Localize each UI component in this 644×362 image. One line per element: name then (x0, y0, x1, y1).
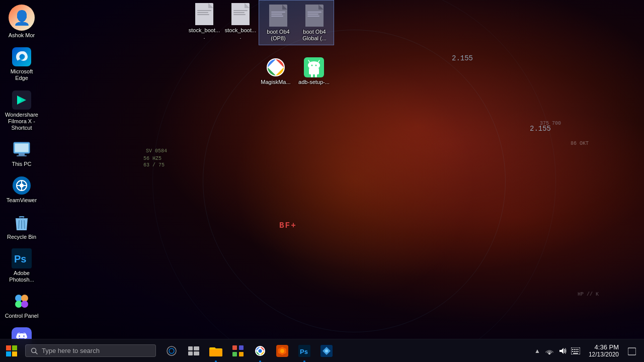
sidebar-item-this-pc[interactable]: This PC (3, 137, 41, 169)
stock-boot-1-file-icon (194, 2, 214, 26)
apps-grid-button[interactable] (227, 339, 249, 363)
filmora-icon (12, 90, 32, 110)
user-profile-icon[interactable]: Ashok Mor (3, 3, 41, 41)
clock-area[interactable]: 4:36 PM 12/13/2020 (583, 343, 623, 358)
magiskmanager-icon[interactable]: MagiskMa... (257, 55, 295, 87)
stock-boot-1-label: stock_boot.... (188, 27, 220, 40)
svg-point-82 (325, 349, 328, 352)
sidebar-item-filmora[interactable]: Wondershare Filmora X - Shortcut (3, 88, 41, 134)
clock-time: 4:36 PM (595, 343, 619, 351)
svg-rect-69 (194, 351, 199, 355)
svg-point-55 (315, 65, 317, 66)
sidebar-item-recycle-bin[interactable]: Recycle Bin (3, 210, 41, 242)
control-panel-label: Control Panel (5, 313, 39, 319)
clock-date: 12/13/2020 (589, 351, 619, 358)
this-pc-icon (12, 139, 32, 159)
adb-setup-label: adb-setup-... (298, 79, 330, 85)
svg-rect-68 (188, 351, 193, 355)
volume-tray-icon[interactable] (556, 342, 569, 360)
svg-point-51 (272, 64, 279, 71)
adb-setup-icon[interactable]: adb-setup-... (295, 55, 333, 87)
blue-app-button[interactable] (316, 339, 337, 363)
svg-rect-90 (574, 351, 575, 352)
tray-expand-button[interactable]: ▲ (532, 342, 542, 360)
orange-app-button[interactable] (272, 339, 293, 363)
recycle-bin-icon (12, 212, 32, 232)
search-bar[interactable]: Type here to search (25, 344, 156, 357)
start-button[interactable] (0, 339, 23, 363)
photoshop-label: Adobe Photosh... (5, 270, 39, 283)
svg-point-76 (259, 349, 262, 352)
network-tray-icon[interactable] (543, 342, 555, 360)
center-files-area: stock_boot.... stock_boot.... (186, 0, 334, 45)
sidebar-item-teamviewer[interactable]: TeamViewer (3, 173, 41, 206)
sidebar-item-microsoft-edge[interactable]: Microsoft Edge (3, 45, 41, 83)
teamviewer-icon (12, 175, 32, 196)
svg-rect-70 (232, 345, 237, 350)
filmora-label: Wondershare Filmora X - Shortcut (5, 112, 39, 132)
svg-rect-58 (6, 345, 11, 350)
svg-rect-36 (197, 12, 208, 13)
svg-rect-47 (307, 12, 321, 13)
svg-point-17 (15, 301, 22, 308)
svg-point-15 (15, 295, 22, 302)
svg-rect-0 (12, 47, 31, 66)
stock-boot-2-file-icon (230, 2, 251, 26)
svg-rect-41 (233, 14, 246, 15)
svg-rect-89 (572, 351, 573, 352)
photoshop-taskbar-button[interactable]: Ps (294, 339, 315, 363)
sidebar-item-adobe-photoshop[interactable]: Ps Adobe Photosh... (3, 246, 41, 285)
center-row2-icons: MagiskMa... adb-setup-... (257, 55, 333, 87)
cortana-button[interactable] (161, 339, 182, 363)
svg-rect-5 (17, 155, 27, 156)
taskbar: Type here to search (0, 339, 644, 362)
this-pc-label: This PC (12, 161, 31, 167)
recycle-bin-label: Recycle Bin (7, 234, 36, 240)
svg-rect-59 (12, 345, 17, 350)
svg-rect-91 (576, 351, 577, 352)
svg-point-64 (167, 346, 176, 355)
task-view-button[interactable] (183, 339, 204, 363)
selected-files-group: boot Ob4 (OP8) boot Ob4 Global (... (259, 0, 334, 45)
svg-text:Ps: Ps (300, 348, 308, 355)
svg-point-18 (21, 301, 28, 308)
system-tray: ▲ (532, 339, 644, 363)
svg-rect-73 (239, 352, 244, 356)
svg-rect-37 (197, 14, 209, 15)
svg-point-78 (280, 349, 284, 353)
boot-ob4-op8-label: boot Ob4 (OP8) (262, 29, 294, 42)
svg-rect-93 (573, 353, 578, 354)
svg-rect-85 (572, 349, 573, 350)
svg-point-83 (549, 353, 550, 354)
teamviewer-label: TeamViewer (7, 197, 37, 204)
svg-rect-44 (271, 14, 282, 15)
svg-rect-45 (271, 16, 283, 17)
keyboard-tray-icon[interactable] (570, 342, 582, 360)
chrome-taskbar-button[interactable] (250, 339, 271, 363)
svg-rect-49 (307, 16, 319, 17)
boot-ob4-op8-icon[interactable]: boot Ob4 (OP8) (260, 2, 296, 44)
user-avatar (9, 5, 35, 31)
svg-rect-67 (194, 346, 199, 350)
svg-point-16 (21, 295, 28, 302)
sidebar-item-control-panel[interactable]: Control Panel (3, 289, 41, 321)
notification-button[interactable] (624, 339, 640, 363)
svg-rect-72 (232, 352, 237, 356)
svg-line-10 (19, 220, 19, 229)
boot-ob4-global-icon[interactable]: boot Ob4 Global (... (296, 2, 333, 44)
boot-ob4-op8-file-icon (268, 4, 288, 28)
stock-boot-1-icon[interactable]: stock_boot.... (186, 0, 222, 42)
stock-boot-2-label: stock_boot.... (224, 27, 257, 40)
svg-rect-71 (239, 345, 244, 350)
edge-icon (12, 47, 32, 67)
magiskmanager-label: MagiskMa... (261, 79, 290, 85)
svg-rect-94 (628, 348, 636, 355)
svg-rect-66 (188, 346, 193, 350)
svg-rect-4 (19, 153, 25, 155)
file-explorer-button[interactable] (205, 339, 226, 363)
desktop: Ashok Mor Microsoft Edge (0, 0, 644, 362)
stock-boot-2-icon[interactable]: stock_boot.... (222, 0, 259, 42)
svg-rect-43 (271, 12, 285, 13)
search-icon (31, 347, 38, 354)
magisk-app-icon (266, 57, 286, 77)
